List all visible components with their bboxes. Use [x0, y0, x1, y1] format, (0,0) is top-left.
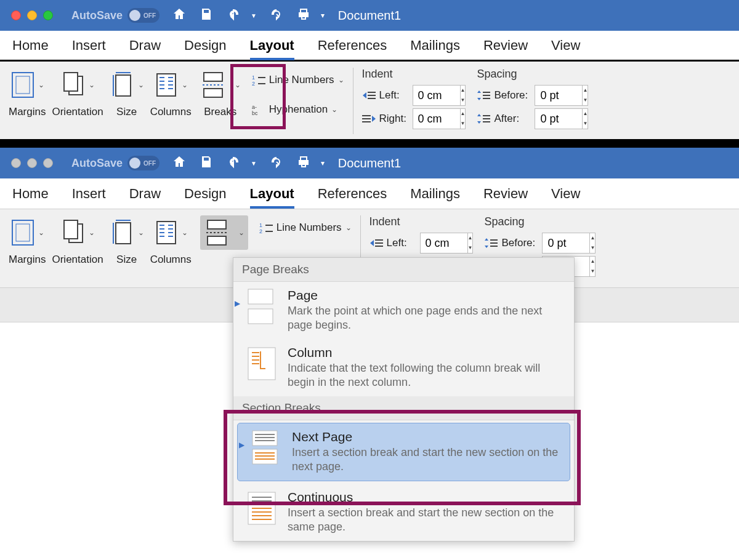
- qat-customize-dropdown[interactable]: ▾: [321, 159, 325, 167]
- chevron-down-icon: ⌄: [338, 76, 344, 84]
- traffic-lights: [11, 158, 53, 168]
- menu-item-title: Next Page: [292, 430, 561, 444]
- tab-view[interactable]: View: [551, 186, 580, 202]
- tab-mailings[interactable]: Mailings: [410, 38, 460, 54]
- svg-rect-4: [116, 75, 131, 96]
- autosave-text: AutoSave: [71, 157, 123, 170]
- undo-dropdown[interactable]: ▼: [251, 160, 257, 167]
- indent-left-label: Left:: [387, 237, 416, 249]
- indent-group-label: Indent: [362, 68, 466, 81]
- indent-right-label: Right:: [379, 113, 409, 125]
- tab-insert[interactable]: Insert: [72, 186, 106, 202]
- qat-customize-dropdown[interactable]: ▾: [321, 11, 325, 20]
- spacing-before-label: Before:: [501, 237, 538, 249]
- zoom-window-button[interactable]: [43, 158, 53, 168]
- tab-home[interactable]: Home: [12, 186, 49, 202]
- save-icon[interactable]: [199, 154, 214, 172]
- minimize-window-button[interactable]: [27, 10, 37, 20]
- spacing-before-icon: [477, 90, 490, 100]
- tab-design[interactable]: Design: [184, 186, 226, 202]
- spacing-before-input[interactable]: ▲▼: [535, 85, 588, 106]
- close-window-button[interactable]: [11, 158, 21, 168]
- svg-rect-55: [208, 236, 226, 245]
- svg-rect-3: [64, 73, 78, 91]
- columns-icon: [153, 70, 179, 100]
- zoom-window-button[interactable]: [43, 10, 53, 20]
- orientation-button[interactable]: ⌄ Orientation: [52, 68, 103, 118]
- print-icon[interactable]: [296, 154, 311, 172]
- chevron-down-icon: ⌄: [182, 81, 188, 89]
- chevron-down-icon: ⌄: [38, 81, 44, 89]
- columns-button[interactable]: ⌄ Columns: [150, 68, 192, 118]
- indent-left-input[interactable]: ▲▼: [413, 85, 466, 106]
- size-button[interactable]: ⌄ Size: [110, 68, 144, 118]
- svg-rect-53: [208, 220, 226, 229]
- tab-layout[interactable]: Layout: [250, 186, 294, 202]
- home-icon[interactable]: [172, 154, 187, 172]
- margins-icon: [10, 218, 36, 247]
- autosave-toggle[interactable]: OFF: [127, 156, 160, 170]
- orientation-button[interactable]: ⌄ Orientation: [52, 215, 103, 266]
- size-button[interactable]: ⌄ Size: [110, 215, 144, 266]
- home-icon[interactable]: [172, 7, 187, 24]
- size-icon: [110, 70, 135, 100]
- menu-item-desc: Indicate that the text following the col…: [288, 361, 565, 389]
- svg-text:1: 1: [259, 222, 262, 228]
- spacing-after-icon: [477, 114, 490, 124]
- spacing-after-input[interactable]: ▲▼: [535, 108, 588, 129]
- tab-insert[interactable]: Insert: [72, 38, 106, 54]
- tab-home[interactable]: Home: [12, 38, 49, 54]
- indent-left-label: Left:: [379, 89, 409, 102]
- ribbon-layout: ⌄ Margins ⌄ Orientation ⌄ Size ⌄ Columns…: [0, 62, 739, 142]
- undo-dropdown[interactable]: ▼: [251, 12, 257, 19]
- redo-icon[interactable]: [269, 154, 284, 172]
- chevron-down-icon: ⌄: [89, 81, 95, 89]
- menu-item-next-page[interactable]: ▶ Next Page Insert a section break and s…: [237, 423, 570, 481]
- line-numbers-button[interactable]: 12 Line Numbers ⌄: [259, 218, 352, 238]
- svg-rect-40: [64, 220, 78, 239]
- menu-item-page-break[interactable]: ▶ Page Mark the point at which one page …: [233, 282, 574, 339]
- menu-item-column-break[interactable]: Column Indicate that the text following …: [233, 339, 574, 396]
- breaks-dropdown-menu: Page Breaks ▶ Page Mark the point at whi…: [233, 257, 575, 542]
- breaks-button-open[interactable]: ⌄: [200, 215, 248, 250]
- tab-references[interactable]: References: [318, 38, 387, 54]
- undo-icon[interactable]: [226, 154, 241, 172]
- tab-design[interactable]: Design: [184, 38, 226, 54]
- indent-left-input[interactable]: ▲▼: [420, 233, 474, 254]
- autosave-toggle[interactable]: OFF: [127, 8, 160, 23]
- indent-group-label: Indent: [370, 215, 474, 228]
- tab-review[interactable]: Review: [483, 38, 528, 54]
- title-icons: ▼ ▾: [172, 7, 325, 24]
- menu-item-title: Continuous: [288, 490, 565, 505]
- spacing-before-input[interactable]: ▲▼: [542, 233, 596, 254]
- menu-item-continuous[interactable]: Continuous Insert a section break and st…: [233, 484, 574, 541]
- annotation-highlight-breaks: [230, 64, 286, 129]
- tab-mailings[interactable]: Mailings: [410, 186, 460, 202]
- redo-icon[interactable]: [269, 7, 284, 24]
- spacing-before-label: Before:: [494, 89, 531, 102]
- margins-button[interactable]: ⌄ Margins: [9, 215, 46, 266]
- spacing-group-label: Spacing: [484, 215, 596, 228]
- tab-draw[interactable]: Draw: [129, 38, 161, 54]
- columns-button[interactable]: ⌄ Columns: [150, 215, 192, 266]
- save-icon[interactable]: [199, 7, 214, 24]
- submenu-indicator-icon: ▶: [235, 299, 240, 308]
- divider: [353, 68, 353, 134]
- tab-view[interactable]: View: [551, 38, 580, 54]
- tab-draw[interactable]: Draw: [129, 186, 161, 202]
- close-window-button[interactable]: [11, 10, 21, 20]
- menu-item-desc: Mark the point at which one page ends an…: [288, 304, 565, 332]
- indent-right-input[interactable]: ▲▼: [413, 108, 466, 129]
- title-icons: ▼ ▾: [172, 154, 325, 172]
- ribbon-tabs: Home Insert Draw Design Layout Reference…: [0, 178, 739, 209]
- tab-layout[interactable]: Layout: [250, 38, 294, 54]
- tab-review[interactable]: Review: [483, 186, 528, 202]
- margins-button[interactable]: ⌄ Margins: [9, 68, 46, 118]
- minimize-window-button[interactable]: [27, 158, 37, 168]
- svg-rect-16: [204, 73, 222, 81]
- print-icon[interactable]: [296, 7, 311, 24]
- traffic-lights: [11, 10, 53, 20]
- undo-icon[interactable]: [226, 7, 241, 24]
- tab-references[interactable]: References: [318, 186, 387, 202]
- size-icon: [110, 218, 135, 247]
